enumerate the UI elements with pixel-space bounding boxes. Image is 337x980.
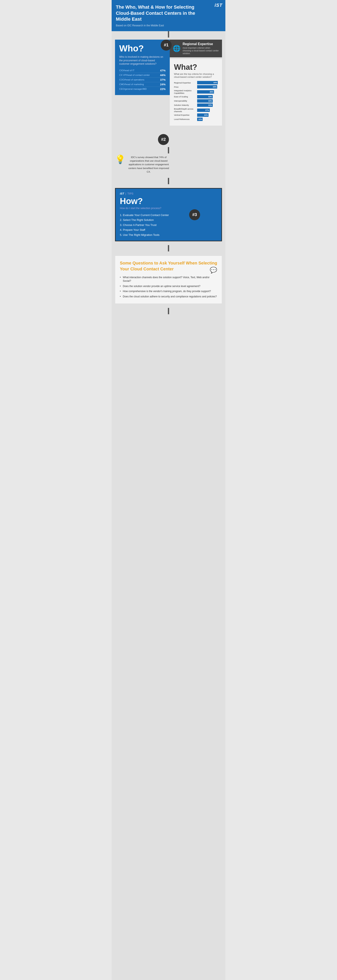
connector-top	[111, 31, 226, 38]
tips-label: TIPS	[127, 192, 134, 195]
who-label-5: CEO/general manager/MD	[119, 88, 146, 91]
question-1: What interaction channels does the solut…	[120, 275, 217, 284]
who-heading: Who?	[119, 43, 165, 54]
header: iST The Who, What & How for Selecting Cl…	[111, 0, 226, 31]
bar-analytics: Integrated Analytics Capabilities 36%	[174, 89, 218, 94]
who-pct-5: 22%	[160, 88, 165, 91]
questions-heading: Some Questions to Ask Yourself When Sele…	[120, 260, 217, 272]
who-row-4: CMO/head of marketing 24%	[119, 82, 165, 87]
what-box: What? What are the top criteria for choo…	[170, 59, 222, 126]
connector-mid1	[111, 147, 226, 153]
question-4: Does the cloud solution adhere to securi…	[120, 294, 217, 299]
chat-icon: 💬	[210, 266, 217, 274]
who-section-container: Who? Who is involved in making decisions…	[111, 38, 226, 147]
bar-breadth-depth: Breadth/Depth across channels 27%	[174, 108, 218, 113]
regional-heading: Regional Expertise	[183, 42, 219, 46]
how-tips-label: iST | TIPS	[120, 192, 217, 195]
logo: iST	[215, 3, 223, 8]
how-subtitle: How do I start the selection process?	[120, 207, 217, 210]
bar-ease-scaling: Ease of Scaling 33%	[174, 95, 218, 99]
questions-section: Some Questions to Ask Yourself When Sele…	[111, 251, 226, 308]
who-label-1: CIO/head of IT	[119, 69, 134, 72]
question-2: Does the solution vendor provide an upti…	[120, 284, 217, 289]
bar-solution-maturity: Solution Maturity 33%	[174, 103, 218, 107]
who-label-2: CX VP/head of contact center	[119, 74, 150, 76]
how-section: iST | TIPS How? How do I start the selec…	[111, 184, 226, 245]
how-step-5: 5. Use The Right Migration Tools	[120, 232, 217, 237]
bar-price: Price 43%	[174, 85, 218, 89]
how-step-2: 2. Select The Right Solution	[120, 218, 217, 222]
who-pct-4: 24%	[160, 83, 165, 86]
right-panel: 🌐 Regional Expertise most important crit…	[170, 40, 222, 126]
who-pct-3: 37%	[160, 78, 165, 81]
who-row-2: CX VP/head of contact center 44%	[119, 73, 165, 78]
bar-interoperability: Interoperability 33%	[174, 99, 218, 103]
bar-regional-expertise: Regional Expertise 44%	[174, 81, 218, 84]
regional-text: Regional Expertise most important criter…	[183, 42, 219, 55]
logo-text: iST	[215, 3, 223, 8]
how-heading: How?	[120, 196, 217, 206]
regional-box: 🌐 Regional Expertise most important crit…	[170, 40, 222, 57]
how-outer-box: iST | TIPS How? How do I start the selec…	[115, 188, 222, 241]
bulb-section: 💡 IDC's survey showed that 74% of organi…	[111, 153, 226, 178]
who-table: CIO/head of IT 47% CX VP/head of contact…	[119, 68, 165, 91]
how-inner-box: iST | TIPS How? How do I start the selec…	[116, 189, 221, 241]
how-list: 1. Evaluate Your Current Contact Center …	[120, 213, 217, 237]
what-heading: What?	[174, 63, 218, 72]
who-label-4: CMO/head of marketing	[119, 83, 144, 86]
header-subtitle: Based on IDC Research in the Middle East	[116, 24, 221, 27]
how-step-3: 3. Choose A Partner You Trust	[120, 223, 217, 228]
what-description: What are the top criteria for choosing a…	[174, 73, 218, 79]
main-content: Who? Who is involved in making decisions…	[111, 31, 226, 980]
who-row-3: COO/head of operations 37%	[119, 78, 165, 82]
questions-heading-highlight: Cloud Contact Center	[130, 267, 174, 271]
how-step-4: 4. Prepare Your Staff	[120, 228, 217, 232]
how-step-1: 1. Evaluate Your Current Contact Center	[120, 213, 217, 218]
connector-bottom	[111, 308, 226, 314]
bulb-icon: 💡	[115, 154, 126, 164]
who-pct-1: 47%	[160, 69, 165, 72]
bar-vertical-expertise: Vertical Expertise 24%	[174, 113, 218, 117]
page-title: The Who, What & How for Selecting Cloud-…	[116, 4, 204, 22]
connector-mid2	[111, 178, 226, 184]
who-pct-2: 44%	[160, 73, 165, 77]
ist-label: iST	[120, 192, 124, 195]
globe-icon: 🌐	[173, 45, 181, 52]
badge-1: #1	[161, 40, 172, 51]
who-row-5: CEO/general manager/MD 22%	[119, 87, 165, 91]
questions-box: Some Questions to Ask Yourself When Sele…	[115, 256, 222, 304]
who-label-3: COO/head of operations	[119, 78, 144, 81]
who-description: Who is involved in making decisions on t…	[119, 55, 165, 66]
bulb-text: IDC's survey showed that 74% of organiza…	[128, 156, 170, 173]
bar-local-references: Local References 12%	[174, 118, 218, 121]
badge-3: #3	[189, 209, 200, 220]
question-3: How comprehensive is the vendor's traini…	[120, 289, 217, 294]
questions-list: What interaction channels does the solut…	[120, 275, 217, 299]
badge-2: #2	[158, 134, 169, 145]
who-row-1: CIO/head of IT 47%	[119, 68, 165, 73]
regional-description: most important criterion when choosing a…	[183, 46, 219, 55]
connector-mid3	[111, 245, 226, 251]
